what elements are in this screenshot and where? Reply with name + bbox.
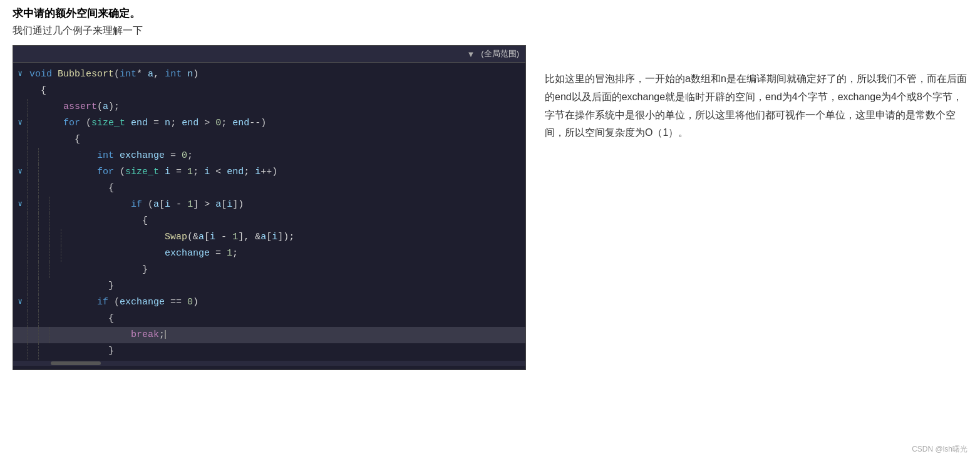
code-content-5: {: [49, 132, 525, 148]
code-line-16: {: [13, 311, 525, 327]
code-content-15: if (exchange == 0): [49, 295, 525, 311]
header-sub-text: 我们通过几个例子来理解一下: [13, 24, 967, 38]
fold-icon-9[interactable]: ∨: [13, 199, 27, 211]
code-content-12: exchange = 1;: [72, 246, 525, 262]
code-content-4: for (size_t end = n; end > 0; end--): [38, 116, 525, 132]
code-content-7: for (size_t i = 1; i < end; i++): [49, 165, 525, 180]
code-content-11: Swap(&a[i - 1], &a[i]);: [72, 230, 525, 246]
code-content-6: int exchange = 0;: [49, 148, 525, 164]
code-content-2: {: [38, 83, 525, 99]
code-line-4: ∨ for (size_t end = n; end > 0; end--): [13, 115, 525, 132]
header-bold-text: 求中请的额外空间来确定。: [13, 6, 967, 21]
fold-icon-4[interactable]: ∨: [13, 117, 27, 130]
code-body: ∨ void Bubblesort(int* a, int n) { asser…: [13, 63, 525, 370]
code-line-6: int exchange = 0;: [13, 148, 525, 164]
toolbar-arrow[interactable]: ▼: [467, 49, 475, 59]
code-line-1: ∨ void Bubblesort(int* a, int n): [13, 66, 525, 83]
code-line-15: ∨ if (exchange == 0): [13, 294, 525, 311]
toolbar-label: (全局范围): [481, 48, 519, 60]
code-toolbar: ▼ (全局范围): [13, 46, 525, 63]
fold-icon-1[interactable]: ∨: [13, 68, 27, 81]
code-content-8: {: [61, 181, 525, 197]
code-line-17: break;: [13, 327, 525, 343]
code-line-8: {: [13, 180, 525, 197]
code-content-14: }: [61, 279, 525, 294]
fold-icon-7[interactable]: ∨: [13, 166, 27, 179]
code-line-3: assert(a);: [13, 99, 525, 115]
code-line-13: }: [13, 262, 525, 278]
code-line-10: {: [13, 213, 525, 229]
main-container: ▼ (全局范围) ∨ void Bubblesort(int* a, int n…: [13, 45, 967, 370]
code-content-13: }: [72, 262, 525, 278]
code-line-9: ∨ if (a[i - 1] > a[i]): [13, 197, 525, 213]
description-panel: 比如这里的冒泡排序，一开始的a数组和n是在编译期间就确定好了的，所以我们不管，而…: [545, 45, 967, 142]
code-content-9: if (a[i - 1] > a[i]): [61, 197, 525, 213]
code-panel: ▼ (全局范围) ∨ void Bubblesort(int* a, int n…: [13, 45, 526, 370]
code-line-14: }: [13, 278, 525, 294]
code-content-16: {: [61, 311, 525, 327]
code-line-12: exchange = 1;: [13, 246, 525, 262]
code-content-1: void Bubblesort(int* a, int n): [27, 67, 525, 83]
scrollbar-thumb[interactable]: [51, 361, 101, 365]
code-content-17: break;: [61, 328, 525, 343]
fold-icon-15[interactable]: ∨: [13, 296, 27, 309]
code-line-5: {: [13, 132, 525, 148]
code-line-11: Swap(&a[i - 1], &a[i]);: [13, 229, 525, 246]
code-content-18: }: [61, 344, 525, 360]
code-line-2: {: [13, 83, 525, 99]
scrollbar-track[interactable]: [13, 361, 525, 366]
code-line-7: ∨ for (size_t i = 1; i < end; i++): [13, 164, 525, 180]
code-content-10: {: [72, 214, 525, 229]
description-text: 比如这里的冒泡排序，一开始的a数组和n是在编译期间就确定好了的，所以我们不管，而…: [545, 70, 967, 142]
code-line-18: }: [13, 343, 525, 360]
code-content-3: assert(a);: [38, 100, 525, 115]
